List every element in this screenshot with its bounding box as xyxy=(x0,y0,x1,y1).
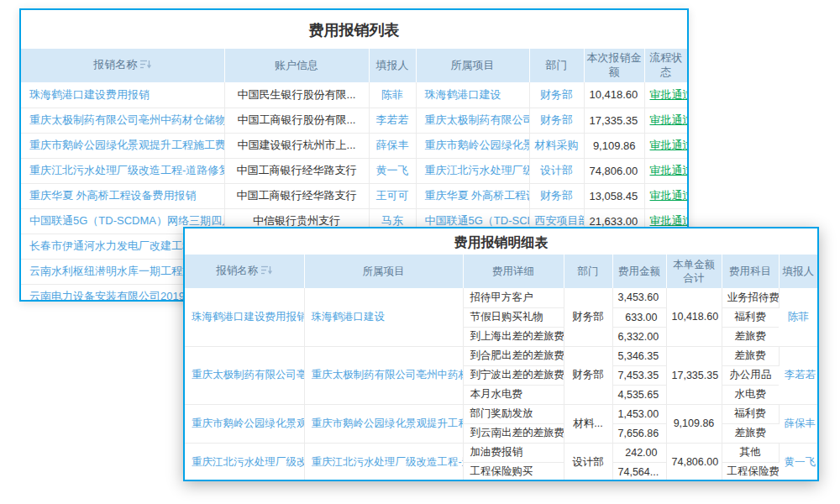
report-name-link[interactable]: 重庆江北污水处理厂级改造工程-道路修复工程费用报销 xyxy=(192,456,304,468)
status-link[interactable]: 审批通过 xyxy=(650,214,688,227)
table-row: 重庆太极制药有限公司亳州中药材仓储物流基地项目费用报销 重庆太极制药有限公司亳州… xyxy=(185,346,817,365)
expense-amount-cell: 74,564... xyxy=(612,462,666,481)
expense-detail-cell: 到宁波出差的差旅费 xyxy=(463,365,564,385)
project-link[interactable]: 中国联通5G（TD-SCDMA）网... xyxy=(425,214,530,227)
project-link[interactable]: 重庆江北污水处理厂级改造工程-道路修复工程 xyxy=(312,456,464,468)
account-cell: 中国建设银行杭州市上... xyxy=(224,133,369,158)
expense-amount-cell: 7,656.86 xyxy=(612,423,666,443)
amount-cell: 17,335.35 xyxy=(584,108,644,133)
dept-cell: 材料... xyxy=(564,404,612,443)
reporter-link[interactable]: 李若若 xyxy=(785,369,816,381)
total-amount-cell: 74,806.00 xyxy=(666,443,722,481)
expense-amount-cell: 633.00 xyxy=(612,307,666,327)
reporter-link[interactable]: 陈菲 xyxy=(788,311,809,323)
col-header-dept: 部门 xyxy=(564,255,612,288)
report-name-link[interactable]: 珠海鹤港口建设费用报销 xyxy=(192,311,304,323)
reporter-link[interactable]: 黄一飞 xyxy=(785,456,816,468)
dept-link[interactable]: 财务部 xyxy=(540,189,573,202)
col-header-report-name[interactable]: 报销名称 xyxy=(21,49,224,82)
expense-detail-cell: 到上海出差的差旅费 xyxy=(463,327,564,346)
report-name-link[interactable]: 重庆太极制药有限公司亳州中药材仓储物流基地项... xyxy=(29,113,224,126)
category-cell: 水电费 xyxy=(722,385,779,404)
col-header-status: 流程状态 xyxy=(644,49,687,82)
expense-detail-cell: 招待甲方客户 xyxy=(463,288,564,307)
expense-amount-cell: 4,535.65 xyxy=(612,385,666,404)
report-name-link[interactable]: 重庆华夏 外高桥工程设备费用报销 xyxy=(29,189,197,202)
col-header-category: 费用科目 xyxy=(722,255,779,288)
expense-detail-table: 报销名称 所属项目 费用详细 部门 费用金额 本单金额合计 费用科目 填报人 珠… xyxy=(185,255,817,481)
dept-link[interactable]: 财务部 xyxy=(540,88,573,101)
status-link[interactable]: 审批通过 xyxy=(650,88,688,101)
sort-descending-icon[interactable] xyxy=(261,265,272,278)
reporter-link[interactable]: 李若若 xyxy=(376,113,409,126)
sort-descending-icon[interactable] xyxy=(140,59,151,73)
status-link[interactable]: 审批通过 xyxy=(650,189,688,202)
reporter-link[interactable]: 马东 xyxy=(381,214,403,227)
project-link[interactable]: 重庆市鹅岭公园绿化景观提升工程施工 xyxy=(312,417,464,429)
dept-link[interactable]: 设计部 xyxy=(540,164,573,176)
dept-cell: 财务部 xyxy=(564,346,612,404)
project-link[interactable]: 重庆华夏 外高桥工程设备 xyxy=(425,189,530,202)
status-link[interactable]: 审批通过 xyxy=(650,139,688,151)
report-name-link[interactable]: 重庆江北污水处理厂级改造工程-道路修复工程费用... xyxy=(29,164,224,176)
category-cell: 福利费 xyxy=(722,307,779,327)
report-name-link[interactable]: 重庆市鹅岭公园绿化景观提升工程施工费用报销 xyxy=(192,417,304,429)
project-link[interactable]: 重庆太极制药有限公司亳州中药材仓储物流基地项目 xyxy=(312,369,464,381)
expense-list-title: 费用报销列表 xyxy=(21,10,687,49)
report-name-link[interactable]: 中国联通5G（TD-SCDMA）网络三期四川工程费... xyxy=(29,214,224,227)
total-amount-cell: 9,109.86 xyxy=(666,404,722,443)
total-amount-cell: 17,335.35 xyxy=(666,346,722,404)
project-link[interactable]: 重庆市鹅岭公园绿化景观提升... xyxy=(425,139,530,151)
expense-detail-cell: 工程保险购买 xyxy=(463,462,564,481)
expense-detail-panel: 费用报销明细表 报销名称 所属项目 费用详细 部门 费用金额 本单金额合计 费用… xyxy=(183,227,819,481)
reporter-link[interactable]: 黄一飞 xyxy=(376,164,409,176)
table-row: 重庆市鹅岭公园绿化景观提升工程施工费用报销 中国建设银行杭州市上... 薛保丰 … xyxy=(21,133,687,158)
report-name-link[interactable]: 重庆市鹅岭公园绿化景观提升工程施工费用报销 xyxy=(29,139,224,151)
reporter-link[interactable]: 薛保丰 xyxy=(376,139,409,151)
expense-detail-cell: 节假日购买礼物 xyxy=(463,307,564,327)
expense-amount-cell: 1,453.00 xyxy=(612,404,666,423)
amount-cell: 13,058.45 xyxy=(584,183,644,208)
col-header-expense-amount: 费用金额 xyxy=(612,255,666,288)
expense-detail-cell: 到云南出差的差旅费 xyxy=(463,423,564,443)
col-header-amount: 本次报销金额 xyxy=(584,49,644,82)
category-cell: 差旅费 xyxy=(722,423,779,443)
project-link[interactable]: 珠海鹤港口建设 xyxy=(312,311,386,323)
account-cell: 中国工商银行经华路支行 xyxy=(224,158,369,183)
project-link[interactable]: 重庆太极制药有限公司亳州中... xyxy=(425,113,530,126)
col-header-project: 所属项目 xyxy=(416,49,529,82)
reporter-link[interactable]: 陈菲 xyxy=(381,88,403,101)
category-cell: 业务招待费 xyxy=(722,288,779,307)
expense-detail-cell: 加油费报销 xyxy=(463,443,564,462)
amount-cell: 9,109.86 xyxy=(584,133,644,158)
table-row: 珠海鹤港口建设费用报销 中国民生银行股份有限... 陈菲 珠海鹤港口建设 财务部… xyxy=(21,82,687,108)
report-name-link[interactable]: 重庆太极制药有限公司亳州中药材仓储物流基地项目费用报销 xyxy=(192,369,304,381)
dept-link[interactable]: 财务部 xyxy=(540,113,573,126)
category-cell: 工程保险费 xyxy=(722,462,779,481)
dept-cell: 财务部 xyxy=(564,288,612,346)
expense-amount-cell: 3,453.60 xyxy=(612,288,666,307)
project-link[interactable]: 珠海鹤港口建设 xyxy=(425,88,501,101)
col-header-total: 本单金额合计 xyxy=(666,255,722,288)
reporter-link[interactable]: 王可可 xyxy=(376,189,409,202)
account-cell: 中国工商银行股份有限... xyxy=(224,108,369,133)
total-amount-cell: 10,418.60 xyxy=(666,288,722,346)
col-header-project: 所属项目 xyxy=(304,255,463,288)
dept-link[interactable]: 材料采购 xyxy=(535,139,579,151)
col-header-account: 账户信息 xyxy=(224,49,369,82)
status-link[interactable]: 审批通过 xyxy=(650,113,688,126)
table-row: 重庆江北污水处理厂级改造工程-道路修复工程费用... 中国工商银行经华路支行 黄… xyxy=(21,158,687,183)
table-row: 重庆江北污水处理厂级改造工程-道路修复工程费用报销 重庆江北污水处理厂级改造工程… xyxy=(185,443,817,462)
project-link[interactable]: 重庆江北污水处理厂级改造工... xyxy=(425,164,530,176)
report-name-link[interactable]: 珠海鹤港口建设费用报销 xyxy=(29,88,150,101)
expense-detail-cell: 部门奖励发放 xyxy=(463,404,564,423)
col-header-expense-detail: 费用详细 xyxy=(463,255,564,288)
col-header-dept: 部门 xyxy=(529,49,584,82)
expense-amount-cell: 7,453.35 xyxy=(612,365,666,385)
dept-link[interactable]: 西安项目部 xyxy=(535,214,585,227)
table-row: 珠海鹤港口建设费用报销 珠海鹤港口建设 招待甲方客户 财务部 3,453.60 … xyxy=(185,288,817,307)
status-link[interactable]: 审批通过 xyxy=(650,164,688,176)
col-header-report-name[interactable]: 报销名称 xyxy=(185,255,304,288)
reporter-link[interactable]: 薛保丰 xyxy=(785,417,816,429)
col-header-label: 报销名称 xyxy=(93,58,137,71)
